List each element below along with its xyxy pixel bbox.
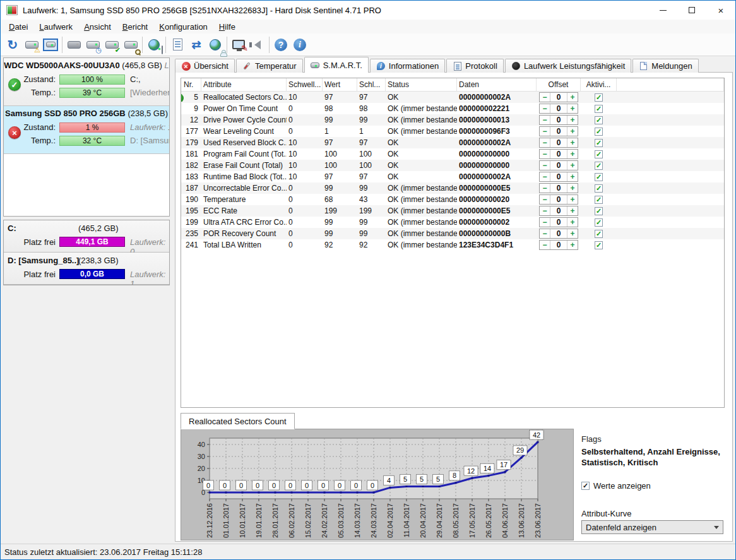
enabled-checkbox[interactable]: ✓ <box>595 173 603 181</box>
tab-temperatur[interactable]: Temperatur <box>236 59 303 73</box>
offset-plus-button[interactable]: + <box>567 150 578 158</box>
column-header[interactable]: Daten <box>457 78 537 91</box>
offset-stepper[interactable]: −0+ <box>539 149 578 159</box>
menu-konfiguration[interactable]: Konfiguration <box>153 21 213 33</box>
column-header[interactable]: Nr. <box>181 78 201 91</box>
table-row[interactable]: 183✓Runtime Bad Block (Tot...109797OK000… <box>181 171 724 182</box>
refresh-icon[interactable]: ↻ <box>3 35 22 54</box>
offset-plus-button[interactable]: + <box>567 127 578 136</box>
tab-laufwerk-leistungsf-higkeit[interactable]: Laufwerk Leistungsfähigkeit <box>505 59 631 73</box>
tab-protokoll[interactable]: Protokoll <box>446 59 504 73</box>
enabled-checkbox[interactable]: ✓ <box>595 150 603 158</box>
drive-item-0[interactable]: WDC WD5000AAKS-00UU3A0 (465,8 GB) L✓Zust… <box>4 58 169 106</box>
offset-plus-button[interactable]: + <box>567 116 578 124</box>
menu-bericht[interactable]: Bericht <box>117 21 153 33</box>
offset-minus-button[interactable]: − <box>540 93 550 102</box>
enabled-checkbox[interactable]: ✓ <box>595 196 603 204</box>
disk-warning-icon[interactable]: ⚠ <box>22 35 41 54</box>
table-row[interactable]: 179✓Used Reserved Block C...109797OK0000… <box>181 137 724 148</box>
menu-ansicht[interactable]: Ansicht <box>78 21 117 33</box>
info-icon[interactable]: i <box>290 35 309 54</box>
show-values-checkbox[interactable]: ✓ <box>581 482 590 490</box>
column-header[interactable]: Aktivi... <box>581 78 617 91</box>
table-row[interactable]: 235POR Recovery Count09999OK (immer best… <box>181 228 724 239</box>
offset-plus-button[interactable]: + <box>567 229 578 238</box>
offset-stepper[interactable]: −0+ <box>539 206 578 216</box>
offset-stepper[interactable]: −0+ <box>539 172 578 182</box>
menu-hilfe[interactable]: Hilfe <box>213 21 241 33</box>
tab-informationen[interactable]: iInformationen <box>370 59 446 73</box>
offset-plus-button[interactable]: + <box>567 218 578 227</box>
offset-minus-button[interactable]: − <box>540 161 550 170</box>
enabled-checkbox[interactable]: ✓ <box>595 128 603 136</box>
offset-stepper[interactable]: −0+ <box>539 240 578 250</box>
offset-stepper[interactable]: −0+ <box>539 92 578 102</box>
tab--bersicht[interactable]: ×Übersicht <box>175 59 235 73</box>
table-row[interactable]: 12Drive Power Cycle Count09999OK (immer … <box>181 114 724 126</box>
menu-datei[interactable]: Datei <box>3 21 33 33</box>
enabled-checkbox[interactable]: ✓ <box>595 241 603 249</box>
column-header[interactable]: Attribute <box>201 78 287 91</box>
offset-stepper[interactable]: −0+ <box>539 126 578 136</box>
offset-minus-button[interactable]: − <box>540 195 550 204</box>
column-header[interactable]: Schl... <box>357 78 386 91</box>
sync-icon[interactable]: ⇄ <box>187 35 206 54</box>
volume-item-1[interactable]: D: [Samsung_85..](238,3 GB)Platz frei0,0… <box>4 253 169 285</box>
disk-search-icon[interactable] <box>121 35 140 54</box>
offset-plus-button[interactable]: + <box>567 206 578 215</box>
offset-stepper[interactable]: −0+ <box>539 217 578 227</box>
enabled-checkbox[interactable]: ✓ <box>595 162 603 170</box>
offset-stepper[interactable]: −0+ <box>539 194 578 205</box>
offset-minus-button[interactable]: − <box>540 138 550 147</box>
offset-plus-button[interactable]: + <box>567 195 578 204</box>
offset-minus-button[interactable]: − <box>540 229 550 238</box>
tab-s-m-a-r-t-[interactable]: S.M.A.R.T. <box>304 57 369 73</box>
enabled-checkbox[interactable]: ✓ <box>595 207 603 215</box>
volume-item-0[interactable]: C:(465,2 GB)Platz frei449,1 GBLaufwerk: … <box>4 220 169 253</box>
offset-plus-button[interactable]: + <box>567 104 578 113</box>
desktop-settings-icon[interactable]: ✎ <box>229 35 248 54</box>
offset-minus-button[interactable]: − <box>540 184 550 193</box>
menu-laufwerk[interactable]: Laufwerk <box>33 21 78 33</box>
enabled-checkbox[interactable]: ✓ <box>595 230 603 238</box>
chart-subtab[interactable]: Reallocated Sectors Count <box>181 413 295 429</box>
disk-disabled-icon[interactable] <box>64 35 83 54</box>
table-row[interactable]: 241Total LBA Written09292OK (immer besta… <box>181 239 724 251</box>
enabled-checkbox[interactable]: ✓ <box>595 105 603 113</box>
enabled-checkbox[interactable]: ✓ <box>595 184 603 193</box>
minimize-button[interactable] <box>648 1 677 20</box>
offset-plus-button[interactable]: + <box>567 161 578 170</box>
table-row[interactable]: 190Temperature06843OK (immer bestanden)0… <box>181 194 724 205</box>
online-user-icon[interactable] <box>206 35 225 54</box>
offset-minus-button[interactable]: − <box>540 172 550 181</box>
offset-plus-button[interactable]: + <box>567 172 578 181</box>
column-header[interactable]: Wert <box>323 78 357 91</box>
offset-plus-button[interactable]: + <box>567 184 578 193</box>
close-button[interactable]: × <box>706 1 735 20</box>
disk-ok-icon[interactable]: ✔ <box>102 35 121 54</box>
tab-meldungen[interactable]: Meldungen <box>632 59 698 73</box>
disk-schedule-icon[interactable]: ◷ <box>83 35 102 54</box>
offset-plus-button[interactable]: + <box>567 93 578 102</box>
enabled-checkbox[interactable]: ✓ <box>595 116 603 124</box>
maximize-button[interactable] <box>677 1 706 20</box>
offset-minus-button[interactable]: − <box>540 127 550 136</box>
enabled-checkbox[interactable]: ✓ <box>595 139 603 147</box>
offset-plus-button[interactable]: + <box>567 241 578 249</box>
offset-stepper[interactable]: −0+ <box>539 183 578 193</box>
offset-minus-button[interactable]: − <box>540 104 550 113</box>
table-row[interactable]: 9Power On Time Count09898OK (immer besta… <box>181 103 724 114</box>
offset-stepper[interactable]: −0+ <box>539 160 578 170</box>
offset-stepper[interactable]: −0+ <box>539 104 578 114</box>
offset-stepper[interactable]: −0+ <box>539 115 578 125</box>
offset-minus-button[interactable]: − <box>540 150 550 158</box>
help-icon[interactable]: ? <box>271 35 290 54</box>
table-row[interactable]: 177✓Wear Leveling Count011OK (immer best… <box>181 126 724 137</box>
offset-plus-button[interactable]: + <box>567 138 578 147</box>
offset-stepper[interactable]: −0+ <box>539 229 578 239</box>
column-header[interactable]: Offset <box>537 78 581 91</box>
offset-stepper[interactable]: −0+ <box>539 138 578 148</box>
offset-minus-button[interactable]: − <box>540 241 550 249</box>
offset-minus-button[interactable]: − <box>540 116 550 124</box>
offset-minus-button[interactable]: − <box>540 218 550 227</box>
